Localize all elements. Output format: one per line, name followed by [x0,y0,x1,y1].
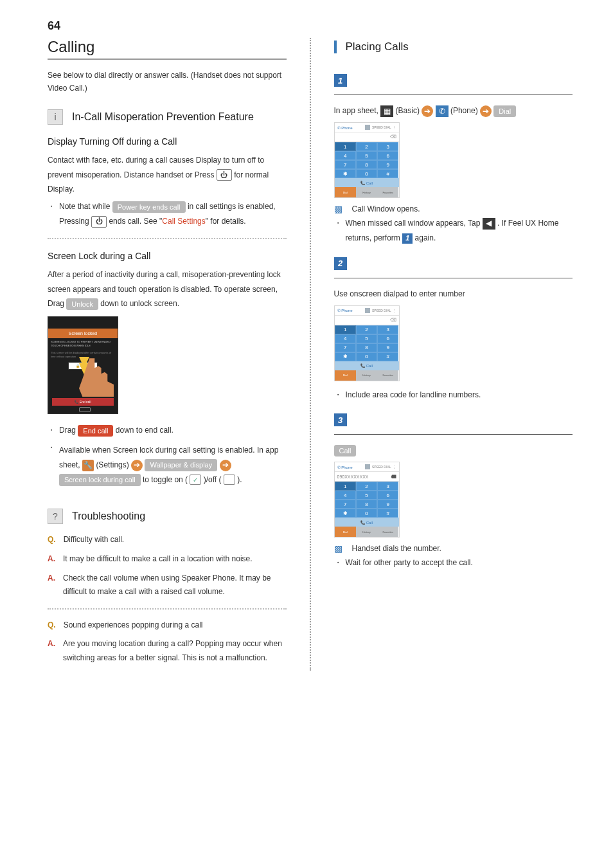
step-2-badge: 2 [334,257,347,270]
text: Note that while [59,202,112,211]
call-settings-link[interactable]: Call Settings [162,217,205,226]
qa-row: Q.Difficulty with call. [48,533,287,547]
qa-row: Q.Sound experiences popping during a cal… [48,619,287,633]
dialpad-screenshot-3: ✆ PhoneSPEED DIAL⋮ 090XXXXXXXX 123 456 7… [334,462,400,538]
step-2-line: Use onscreen dialpad to enter number [334,286,573,302]
text: ). [237,475,242,484]
text: When missed call window appears, Tap [346,219,483,228]
apps-grid-icon: ▦ [380,105,393,117]
section-title: In-Call Misoperation Prevention Feature [72,111,254,123]
unlock-pill: Unlock [66,298,98,311]
result-row: ▩ Call Window opens. [334,204,573,213]
note-row: ・ Include area code for landline numbers… [334,388,573,402]
sub-screen-lock: Screen Lock during a Call [48,251,287,261]
result-text: Call Window opens. [352,204,420,213]
divider [48,608,287,610]
handle-icon [79,407,91,412]
qa-text: Are you moving location during a call? P… [63,637,287,665]
result-icon: ▩ [334,204,346,213]
question-icon: ? [48,509,63,524]
text: to toggle on ( [143,475,190,484]
phone-icon: ✆ [436,105,449,117]
q-tag: Q. [48,533,56,547]
text: In app sheet, [334,106,381,115]
q-tag: Q. [48,619,56,633]
text: (Basic) [396,106,422,115]
result-text: Handset dials the number. [352,544,441,553]
text: ends call. See " [109,217,162,226]
end-call-pill: End call [78,425,113,437]
step-rule [334,95,573,95]
intro-text: See below to dial directly or answer cal… [48,69,287,95]
keypad: 123 456 789 ✱0# [335,142,399,178]
step-1-badge: 1 [334,74,347,87]
result-row: ▩ Handset dials the number. [334,544,573,553]
backspace-icon: ⌫ [390,134,396,140]
screen-lock-call-pill: Screen lock during call [59,474,141,486]
lock-text: This screen will be displayed after cert… [48,349,118,360]
power-key-icon: ⏻ [217,169,232,181]
lock-title: Screen locked [48,329,118,338]
result-icon: ▩ [334,544,346,553]
note-row: ・ When missed call window appears, Tap ◀… [334,216,573,246]
qa-text: Check the call volume when using Speaker… [63,572,287,599]
bullet-icon: ・ [334,556,342,570]
info-icon: i [48,109,63,125]
step-1-line: In app sheet, ▦ (Basic) ➔ ✆ (Phone) ➔ Di… [334,103,573,118]
page-number: 64 [48,19,573,33]
power-key-ends-call-pill: Power key ends call [112,201,186,213]
text: down to end call. [116,426,173,435]
note-row: ・ Note that while Power key ends call in… [48,199,287,229]
bullet-icon: ・ [48,423,55,438]
qa-text: It may be difficult to make a call in a … [63,552,253,566]
lock-screen-illustration: Screen locked SCREEN IS LOCKED TO PREVEN… [48,316,118,414]
arrow-right-icon: ➔ [480,105,492,117]
dial-pill: Dial [493,105,516,118]
bullet-icon: ・ [334,388,342,402]
bullet-icon: ・ [48,199,55,229]
bullet-icon: ・ [334,216,342,246]
wrench-icon: 🔧 [82,460,94,471]
text: Drag [59,426,78,435]
qa-text: Difficulty with call. [64,533,124,547]
speed-dial-label: SPEED DIAL [372,125,391,129]
dialpad-screenshot-2: ✆ PhoneSPEED DIAL⋮ ⌫ 123 456 789 ✱0# 📞 C… [334,305,400,381]
power-key-icon: ⏻ [91,216,107,228]
call-button: 📞 Call [335,178,399,187]
step-3-line: Call [334,442,573,458]
text: again. [415,233,436,242]
text: Wait for other party to accept the call. [346,556,473,570]
checkbox-on-icon: ✓ [190,475,201,485]
a-tag: A. [48,637,55,665]
step-rule [334,434,573,435]
divider [48,238,287,239]
arrow-right-icon: ➔ [422,105,433,117]
arrow-right-icon: ➔ [220,460,231,471]
qa-row: A.Check the call volume when using Speak… [48,572,287,599]
text: (Settings) [96,460,131,469]
arrow-right-icon: ➔ [131,460,143,471]
back-icon: ◀ [483,218,495,230]
note-row: ・ Wait for other party to accept the cal… [334,556,573,570]
section-placing-calls: Placing Calls [334,41,573,53]
qa-row: A.It may be difficult to make a call in … [48,552,287,566]
section-title: Placing Calls [346,41,409,53]
menu-icon: ⋮ [393,125,396,129]
a-tag: A. [48,572,55,599]
text: )/off ( [204,475,224,484]
checkbox-off-icon [224,475,235,485]
end-call-bar: 📞 End call [52,398,114,406]
call-pill: Call [334,445,357,457]
body-text: Contact with face, etc. during a call ca… [48,153,287,197]
wallpaper-display-pill: Wallpaper & display [145,459,217,471]
body-text: After a period of inactivity during a ca… [48,267,287,311]
qa-text: Sound experiences popping during a call [64,619,203,633]
text: down to unlock screen. [100,299,179,308]
section-title: Troubleshooting [72,511,145,522]
section-troubleshooting: ? Troubleshooting [48,509,287,524]
backspace-icon [391,475,396,478]
text: Include area code for landline numbers. [346,388,481,402]
note-row: ・ Drag End call down to end call. [48,423,287,438]
text: (Phone) [450,106,480,115]
step-rule [334,278,573,278]
